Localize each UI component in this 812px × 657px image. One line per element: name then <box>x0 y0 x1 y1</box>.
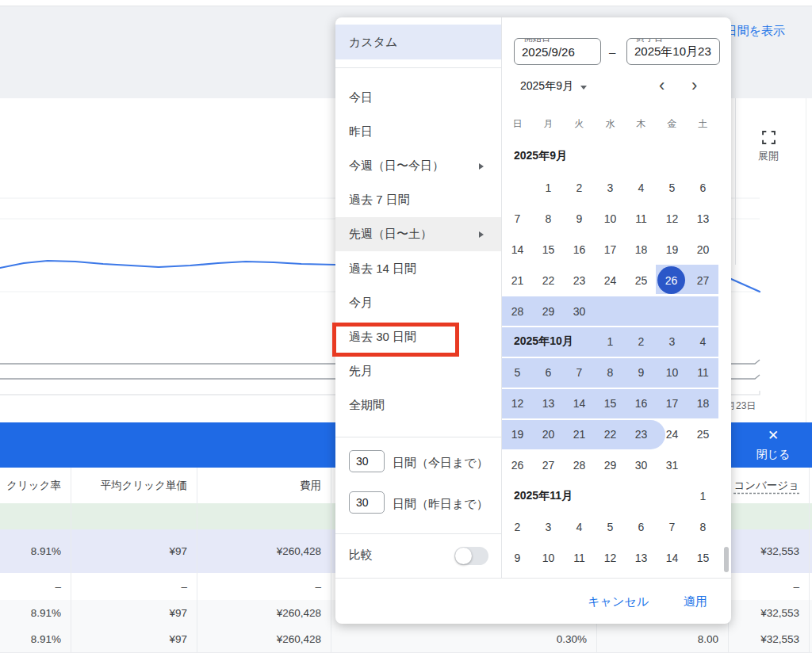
calendar-day[interactable]: 20 <box>533 418 564 449</box>
calendar-day[interactable]: 4 <box>564 511 595 542</box>
show-days-link[interactable]: 日間を表示 <box>726 24 785 39</box>
calendar-day[interactable]: 2 <box>626 326 657 357</box>
calendar-day[interactable]: 15 <box>595 388 626 418</box>
calendar-day[interactable]: 29 <box>595 449 626 480</box>
days-to-yesterday-input[interactable] <box>349 491 385 514</box>
cancel-button[interactable]: キャンセル <box>588 594 649 609</box>
calendar-day[interactable]: 10 <box>657 357 688 388</box>
calendar-day[interactable]: 25 <box>688 418 718 449</box>
calendar-day[interactable]: 22 <box>595 418 626 449</box>
calendar-day[interactable]: 11 <box>564 542 595 573</box>
calendar-day[interactable]: 9 <box>502 542 533 573</box>
calendar-day[interactable]: 11 <box>626 203 657 234</box>
calendar-day[interactable]: 25 <box>626 265 657 296</box>
calendar-day[interactable]: 13 <box>626 542 657 573</box>
menu-item-custom[interactable]: カスタム <box>335 25 501 59</box>
menu-item-this-month[interactable]: 今月 <box>335 286 501 320</box>
calendar-day[interactable]: 8 <box>533 203 564 234</box>
calendar-day[interactable]: 3 <box>657 326 688 357</box>
calendar-day[interactable]: 2 <box>564 172 595 203</box>
selected-start-day[interactable]: 26 <box>657 266 685 294</box>
calendar-day[interactable]: 13 <box>533 388 564 418</box>
calendar-day[interactable]: 6 <box>626 511 657 542</box>
calendar-day[interactable]: 20 <box>688 234 718 265</box>
calendar-day[interactable]: 21 <box>564 418 595 449</box>
end-date-field[interactable]: 終了日* 2025年10月23 <box>626 38 720 65</box>
calendar-day[interactable]: 2 <box>502 511 533 542</box>
calendar-day[interactable]: 19 <box>657 234 688 265</box>
calendar-day[interactable]: 12 <box>595 542 626 573</box>
menu-item-all-time[interactable]: 全期間 <box>335 388 501 422</box>
calendar-day[interactable]: 3 <box>533 511 564 542</box>
menu-item-this-week[interactable]: 今週（日〜今日） <box>335 149 501 183</box>
calendar-day[interactable]: 5 <box>657 172 688 203</box>
menu-item-yesterday[interactable]: 昨日 <box>335 115 501 149</box>
calendar-day[interactable]: 21 <box>502 265 533 296</box>
calendar-day[interactable]: 8 <box>688 511 718 542</box>
calendar-day[interactable]: 30 <box>626 449 657 480</box>
calendar-day[interactable]: 9 <box>564 203 595 234</box>
calendar-day[interactable]: 13 <box>688 203 718 234</box>
calendar-day[interactable]: 8 <box>595 357 626 388</box>
calendar-day[interactable]: 17 <box>595 234 626 265</box>
calendar-day[interactable]: 6 <box>688 172 718 203</box>
calendar-day[interactable]: 9 <box>626 357 657 388</box>
calendar-day[interactable]: 1 <box>595 326 626 357</box>
calendar-day[interactable]: 24 <box>657 418 688 449</box>
calendar-day[interactable]: 24 <box>595 265 626 296</box>
calendar-day[interactable]: 12 <box>657 203 688 234</box>
days-to-today-input[interactable] <box>349 450 385 472</box>
table-header-cell[interactable]: 費用 <box>197 468 331 503</box>
table-header-cell[interactable]: 平均クリック単価 <box>71 468 197 503</box>
menu-item-last-month[interactable]: 先月 <box>335 354 501 388</box>
calendar-day[interactable]: 28 <box>564 449 595 480</box>
banner-close-button[interactable]: ✕ 閉じる <box>745 429 801 462</box>
month-selector[interactable]: 2025年9月 <box>520 79 587 94</box>
calendar-day[interactable]: 27 <box>688 265 718 296</box>
table-header-cell[interactable]: コンバージョ <box>729 468 810 503</box>
menu-item-today[interactable]: 今日 <box>335 81 501 115</box>
menu-item-last-week[interactable]: 先週（日〜土） <box>335 217 501 251</box>
calendar-day[interactable]: 31 <box>657 449 688 480</box>
table-header-cell[interactable]: クリック率 <box>0 468 71 503</box>
next-month-button[interactable]: › <box>691 78 697 93</box>
calendar-day[interactable]: 15 <box>688 542 718 573</box>
calendar-day[interactable]: 7 <box>657 511 688 542</box>
calendar-day[interactable]: 18 <box>626 234 657 265</box>
calendar-day[interactable]: 10 <box>533 542 564 573</box>
calendar-day[interactable]: 1 <box>688 480 718 511</box>
calendar-day[interactable]: 14 <box>657 542 688 573</box>
calendar-day[interactable]: 12 <box>502 388 533 418</box>
expand-chart-button[interactable]: 展開 <box>749 131 787 163</box>
calendar-day[interactable]: 16 <box>564 234 595 265</box>
calendar-day[interactable]: 5 <box>595 511 626 542</box>
calendar-day[interactable]: 29 <box>533 296 564 327</box>
calendar-day[interactable]: 6 <box>533 357 564 388</box>
menu-item-last-7-days[interactable]: 過去 7 日間 <box>335 183 501 217</box>
calendar-day[interactable]: 19 <box>502 418 533 449</box>
calendar-day[interactable]: 14 <box>502 234 533 265</box>
compare-toggle[interactable] <box>454 547 488 565</box>
menu-item-last-14-days[interactable]: 過去 14 日間 <box>335 252 501 286</box>
start-date-field[interactable]: 開始日* 2025/9/26 <box>514 38 601 65</box>
calendar-scrollbar[interactable] <box>724 547 729 572</box>
calendar-day[interactable]: 17 <box>657 388 688 418</box>
apply-button[interactable]: 適用 <box>684 594 707 609</box>
calendar-day[interactable]: 3 <box>595 172 626 203</box>
calendar-day[interactable]: 22 <box>533 265 564 296</box>
calendar-day[interactable]: 11 <box>688 357 718 388</box>
calendar-day[interactable]: 28 <box>502 296 533 327</box>
prev-month-button[interactable]: ‹ <box>659 78 665 93</box>
calendar-day[interactable]: 27 <box>533 449 564 480</box>
calendar-day[interactable]: 16 <box>626 388 657 418</box>
calendar-day[interactable]: 5 <box>502 357 533 388</box>
calendar-day[interactable]: 14 <box>564 388 595 418</box>
calendar-day[interactable]: 4 <box>626 172 657 203</box>
calendar-day[interactable]: 1 <box>533 172 564 203</box>
calendar-day[interactable]: 23 <box>626 418 657 449</box>
calendar-day[interactable]: 15 <box>533 234 564 265</box>
calendar-day[interactable]: 7 <box>502 203 533 234</box>
calendar-day[interactable]: 4 <box>688 326 718 357</box>
calendar-day[interactable]: 23 <box>564 265 595 296</box>
calendar-day[interactable]: 10 <box>595 203 626 234</box>
